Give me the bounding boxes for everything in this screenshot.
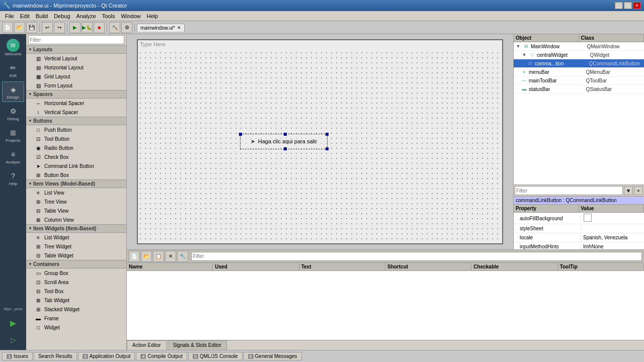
new-file-button[interactable]: 📄 [2,22,13,33]
command-link-button-canvas[interactable]: ➤ Haga clic aqui para salir [240,134,328,149]
button-box-item[interactable]: ⊞ Button Box [26,170,126,179]
design-mode-button[interactable]: ◈ Design [2,81,24,102]
containers-section[interactable]: ▼ Containers [26,260,126,268]
action-copy-button[interactable]: 📋 [153,251,164,262]
tree-view-item[interactable]: ⊞ Tree View [26,197,126,206]
menu-help[interactable]: Help [144,12,162,20]
push-button-item[interactable]: □ Push Button [26,125,126,134]
action-delete-button[interactable]: ✕ [165,251,176,262]
tree-widget-item[interactable]: ⊞ Tree Widget [26,242,126,251]
command-link-button-label: Command Link Button [44,163,94,169]
action-filter-input[interactable] [191,252,642,261]
command-link-button-item[interactable]: ➤ Command Link Button [26,161,126,170]
obj-row-cmdlink[interactable]: ⊟ comma...tion QCommandLinkButton [514,59,644,68]
minimize-button[interactable]: _ [615,2,623,9]
analyze-button[interactable]: ≡ Analyze [2,146,24,167]
horizontal-spacer-item[interactable]: ↔ Horizontal Spacer [26,99,126,108]
tab-widget-item[interactable]: ⊠ Tab Widget [26,296,126,305]
tool-box-item[interactable]: ⊟ Tool Box [26,287,126,296]
obj-row-toolbar[interactable]: — mainToolBar QToolBar [514,76,644,85]
prop-filter-extra-button[interactable]: + [634,186,643,195]
close-button[interactable]: ✕ [633,2,641,9]
spacers-section[interactable]: ▼ Spacers [26,90,126,99]
menu-edit[interactable]: Edit [17,12,33,20]
stacked-widget-item[interactable]: ⊞ Stacked Widget [26,305,126,314]
list-widget-item[interactable]: ≡ List Widget [26,233,126,242]
form-layout-item[interactable]: ▧ Form Layout [26,81,126,90]
horizontal-layout-item[interactable]: ▤ Horizontal Layout [26,63,126,72]
prop-row-locale[interactable]: locale Spanish, Venezuela [514,233,644,242]
grid-layout-item[interactable]: ▦ Grid Layout [26,72,126,81]
design-canvas[interactable]: Type Here ➤ Haga clic aqui para salir [127,34,513,249]
help-button[interactable]: ? Help [2,168,24,189]
compile-tab[interactable]: 4 Compile Output [136,352,187,360]
table-view-item[interactable]: ⊟ Table View [26,206,126,215]
autofill-checkbox[interactable] [584,214,592,222]
list-view-item[interactable]: ≡ List View [26,188,126,197]
item-widgets-section[interactable]: ▼ Item Widgets (Item-Based) [26,224,126,233]
menubar-name: menuBar [529,69,586,75]
qml-console-tab[interactable]: 5 QML/JS Console [188,352,243,360]
obj-row-central[interactable]: ▼ □ centralWidget QWidget [514,51,644,59]
menu-file[interactable]: File [2,12,17,20]
table-widget-item[interactable]: ⊟ Table Widget [26,251,126,260]
stop-button[interactable]: ■ [94,22,105,33]
general-messages-tab[interactable]: 6 General Messages [244,352,302,360]
buttons-section[interactable]: ▼ Buttons [26,117,126,125]
column-view-item[interactable]: ⊠ Column View [26,215,126,224]
action-new-button[interactable]: 📄 [129,251,140,262]
widget-item[interactable]: □ Widget [26,323,126,332]
debug-mode-button[interactable]: ⚙ Debug [2,103,24,124]
action-open-button[interactable]: 📂 [141,251,152,262]
save-button[interactable]: 💾 [26,22,37,33]
property-filter-input[interactable] [515,186,623,195]
projects-button[interactable]: ⊞ Projects [2,125,24,145]
tool-button-item[interactable]: ⊡ Tool Button [26,134,126,143]
app-output-tab[interactable]: 3 Application Output [78,352,135,360]
build-button[interactable]: 🔨 [109,22,120,33]
prop-row-stylesheet[interactable]: styleSheet [514,224,644,233]
item-views-section[interactable]: ▼ Item Views (Model-Based) [26,179,126,188]
menu-window[interactable]: Window [118,12,143,20]
title-bar-controls[interactable]: _ □ ✕ [615,2,641,9]
action-edit-button[interactable]: 🔧 [177,251,188,262]
vertical-layout-item[interactable]: ▥ Vertical Layout [26,54,126,63]
run-project-button[interactable]: ▶ [2,315,24,331]
vertical-spacer-item[interactable]: ↕ Vertical Spacer [26,108,126,117]
prop-filter-options-button[interactable]: ▼ [624,186,633,195]
obj-row-menubar[interactable]: ≡ menuBar QMenuBar [514,68,644,76]
vertical-spacer-icon: ↕ [34,108,42,116]
debug-mode-label: Debug [7,117,19,121]
welcome-mode-button[interactable]: W Welcome [2,36,24,59]
redo-button[interactable]: ↪ [54,22,65,33]
file-tab-close[interactable]: ✕ [177,25,181,30]
prop-row-autofill[interactable]: autoFillBackground [514,213,644,224]
deploy-button[interactable]: ⚙ [121,22,132,33]
open-file-button[interactable]: 📂 [14,22,25,33]
search-results-tab[interactable]: Search Results [34,352,77,360]
obj-row-mainwindow[interactable]: ▼ ⊞ MainWindow QMainWindow [514,42,644,51]
sidebar-filter-input[interactable] [28,35,124,44]
edit-mode-button[interactable]: ✏ Edit [2,60,24,80]
menu-tools[interactable]: Tools [99,12,118,20]
prop-row-inputmethod[interactable]: inputMethodHints ImhNone [514,242,644,249]
maximize-button[interactable]: □ [624,2,632,9]
scroll-area-item[interactable]: ⊡ Scroll Area [26,278,126,287]
issues-tab[interactable]: 1 Issues [2,352,33,360]
menu-analyze[interactable]: Analyze [73,12,99,20]
radio-button-item[interactable]: ◉ Radio Button [26,143,126,152]
frame-item[interactable]: ▬ Frame [26,314,126,323]
check-box-item[interactable]: ☑ Check Box [26,152,126,161]
menu-debug[interactable]: Debug [51,12,73,20]
group-box-item[interactable]: ▭ Group Box [26,268,126,278]
run-button[interactable]: ▶ [69,22,80,33]
layouts-section[interactable]: ▼ Layouts [26,45,126,54]
signals-slots-tab[interactable]: Signals & Slots Editor [168,340,227,350]
debug-button[interactable]: ▶🐛 [82,22,93,33]
action-editor-tab[interactable]: Action Editor [127,340,167,350]
run-debug-button[interactable]: ▷ [2,332,24,348]
menu-build[interactable]: Build [33,12,51,20]
obj-row-statusbar[interactable]: ▬ statusBar QStatusBar [514,85,644,94]
undo-button[interactable]: ↩ [42,22,53,33]
file-tab-mainwindow[interactable]: mainwindow.ui* ✕ [137,24,185,32]
